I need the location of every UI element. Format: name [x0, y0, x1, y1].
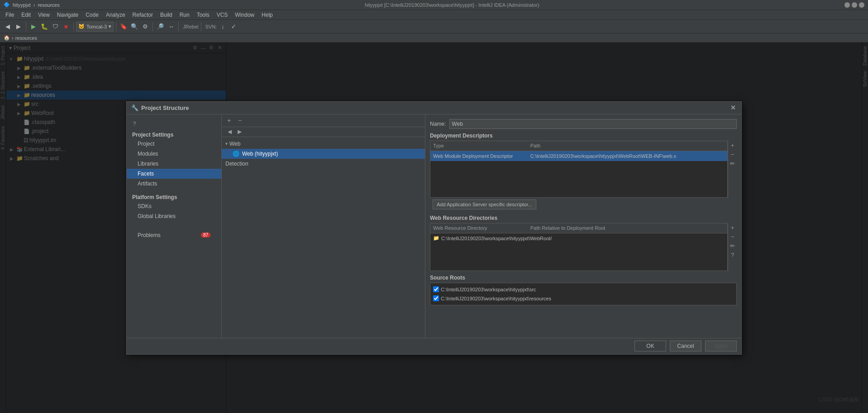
project-structure-dialog: 🔧 Project Structure ✕ ? Project Settings…: [126, 101, 742, 355]
deployment-descriptor-row-0[interactable]: Web Module Deployment Descriptor C:\Inte…: [430, 151, 727, 161]
facet-group-web-label: Web: [229, 141, 240, 147]
add-descriptor-btn[interactable]: Add Application Server specific descript…: [433, 199, 536, 209]
stop-btn[interactable]: ■: [61, 22, 71, 32]
breadcrumb-resources: resources: [15, 35, 37, 41]
nav-item-modules[interactable]: Modules: [127, 149, 221, 159]
add-descriptor-row-btn[interactable]: +: [729, 142, 737, 150]
nav-item-libraries[interactable]: Libraries: [127, 159, 221, 169]
menu-file[interactable]: File: [2, 11, 18, 19]
modal-title-icon: 🔧: [131, 104, 138, 111]
source-roots-section: Source Roots C:\IntelliJ20190203\workspa…: [430, 275, 737, 305]
search-everywhere-btn[interactable]: 🔍: [129, 22, 139, 32]
minimize-btn[interactable]: [844, 2, 850, 8]
name-input[interactable]: [449, 119, 737, 129]
breadcrumb-bar: 🏠 › resources: [0, 33, 868, 43]
middle-nav: ◀ ▶: [222, 127, 425, 137]
back-btn[interactable]: ◀: [3, 22, 13, 32]
jrebel-label: JRebel: [183, 24, 198, 29]
menu-view[interactable]: View: [34, 11, 53, 19]
nav-item-facets[interactable]: Facets: [127, 169, 221, 179]
name-field-row: Name:: [430, 119, 737, 129]
menu-help[interactable]: Help: [258, 11, 277, 19]
middle-toolbar: + −: [222, 114, 425, 127]
svn-label: SVN:: [205, 24, 217, 29]
detection-item[interactable]: Detection: [222, 159, 425, 169]
source-root-row-0: C:\IntelliJ20190203\workspace\hityypjxt\…: [433, 285, 734, 294]
add-facet-btn[interactable]: +: [224, 116, 234, 125]
find-btn[interactable]: 🔎: [155, 22, 165, 32]
menu-tools[interactable]: Tools: [193, 11, 213, 19]
edit-descriptor-row-btn[interactable]: ✏: [729, 160, 737, 168]
menu-analyze[interactable]: Analyze: [102, 11, 129, 19]
deployment-descriptors-section: Deployment Descriptors Type Path Web M: [430, 133, 737, 211]
tomcat-dropdown[interactable]: 🐱 Tomcat-3 ▾: [76, 22, 114, 32]
window-title: hityypjxt [C:\IntelliJ20190203\workspace…: [60, 2, 844, 8]
replace-btn[interactable]: ↔: [166, 22, 176, 32]
nav-item-global-libraries[interactable]: Global Libraries: [127, 211, 221, 221]
cancel-button[interactable]: Cancel: [670, 341, 701, 351]
menu-navigate[interactable]: Navigate: [53, 11, 82, 19]
close-btn[interactable]: [859, 2, 864, 8]
web-resource-dirs-toolbar: + − ✏ ?: [728, 223, 737, 271]
settings-btn[interactable]: ⚙: [140, 22, 150, 32]
remove-web-resource-btn[interactable]: −: [729, 233, 737, 241]
toolbar-sep-6: [201, 22, 201, 31]
nav-item-sdks[interactable]: SDKs: [127, 201, 221, 211]
detection-label: Detection: [225, 161, 248, 167]
module-separator: ›: [33, 2, 35, 8]
deployment-descriptors-header: Type Path: [430, 141, 727, 151]
web-resource-dirs-header: Web Resource Directory Path Relative to …: [430, 223, 727, 233]
menu-edit[interactable]: Edit: [18, 11, 34, 19]
svn-commit-btn[interactable]: ✓: [229, 22, 238, 32]
web-resource-dirs-empty: [430, 243, 727, 271]
run-with-coverage-btn[interactable]: 🛡: [50, 22, 60, 32]
web-resource-dirs-title: Web Resource Directories: [430, 215, 737, 221]
add-web-resource-btn[interactable]: +: [729, 224, 737, 232]
debug-btn[interactable]: 🐛: [39, 22, 49, 32]
edit-web-resource-btn[interactable]: ✏: [729, 242, 737, 250]
menu-code[interactable]: Code: [82, 11, 102, 19]
nav-item-project[interactable]: Project: [127, 139, 221, 149]
maximize-btn[interactable]: [852, 2, 857, 8]
app-icon: 🔷: [4, 2, 10, 8]
menu-build[interactable]: Build: [157, 11, 176, 19]
breadcrumb-separator: ›: [12, 35, 14, 41]
deployment-descriptors-empty: [430, 161, 727, 197]
source-roots-area: C:\IntelliJ20190203\workspace\hityypjxt\…: [430, 283, 737, 305]
nav-item-artifacts[interactable]: Artifacts: [127, 179, 221, 189]
deployment-descriptors-with-toolbar: Type Path Web Module Deployment Descript…: [430, 141, 737, 198]
apply-button[interactable]: Apply: [705, 341, 737, 351]
menu-refactor[interactable]: Refactor: [129, 11, 157, 19]
source-root-checkbox-1[interactable]: [433, 295, 439, 301]
platform-settings-header: Platform Settings: [127, 192, 221, 201]
nav-back-btn[interactable]: ◀: [225, 128, 234, 136]
nav-help-btn[interactable]: ?: [130, 120, 138, 128]
toolbar-sep-3: [116, 22, 116, 31]
deployment-descriptors-title: Deployment Descriptors: [430, 133, 737, 139]
run-btn[interactable]: ▶: [29, 22, 38, 32]
bookmark-btn[interactable]: 🔖: [119, 22, 129, 32]
modal-close-btn[interactable]: ✕: [730, 104, 737, 111]
col-type-header: Type: [433, 143, 530, 148]
toolbar-sep-1: [26, 22, 26, 31]
svn-update-btn[interactable]: ↓: [218, 22, 228, 32]
title-bar: 🔷 hityypjxt › resources hityypjxt [C:\In…: [0, 0, 868, 10]
menu-run[interactable]: Run: [176, 11, 193, 19]
source-root-path-0: C:\IntelliJ20190203\workspace\hityypjxt\…: [441, 287, 536, 292]
nav-item-problems[interactable]: Problems 87: [127, 230, 221, 240]
nav-item-artifacts-label: Artifacts: [138, 180, 157, 187]
remove-facet-btn[interactable]: −: [235, 116, 244, 125]
modal-title-label: Project Structure: [141, 104, 189, 111]
remove-descriptor-row-btn[interactable]: −: [729, 151, 737, 159]
menu-window[interactable]: Window: [231, 11, 258, 19]
web-resource-dir-row-0[interactable]: 📁 C:\IntelliJ20190203\workspace\hityypjx…: [430, 233, 727, 243]
deployment-descriptor-type-0: Web Module Deployment Descriptor: [433, 153, 530, 159]
facet-item-web-hityypjxt[interactable]: 🌐 Web (hityypjxt): [222, 149, 425, 159]
ok-button[interactable]: OK: [634, 341, 666, 351]
help-web-resource-btn[interactable]: ?: [729, 251, 737, 259]
source-root-checkbox-0[interactable]: [433, 286, 439, 292]
modal-middle: + − ◀ ▶ ▾ Web 🌐 Web (hit: [222, 114, 425, 338]
forward-btn[interactable]: ▶: [14, 22, 24, 32]
nav-forward-btn[interactable]: ▶: [235, 128, 243, 136]
menu-vcs[interactable]: VCS: [213, 11, 232, 19]
